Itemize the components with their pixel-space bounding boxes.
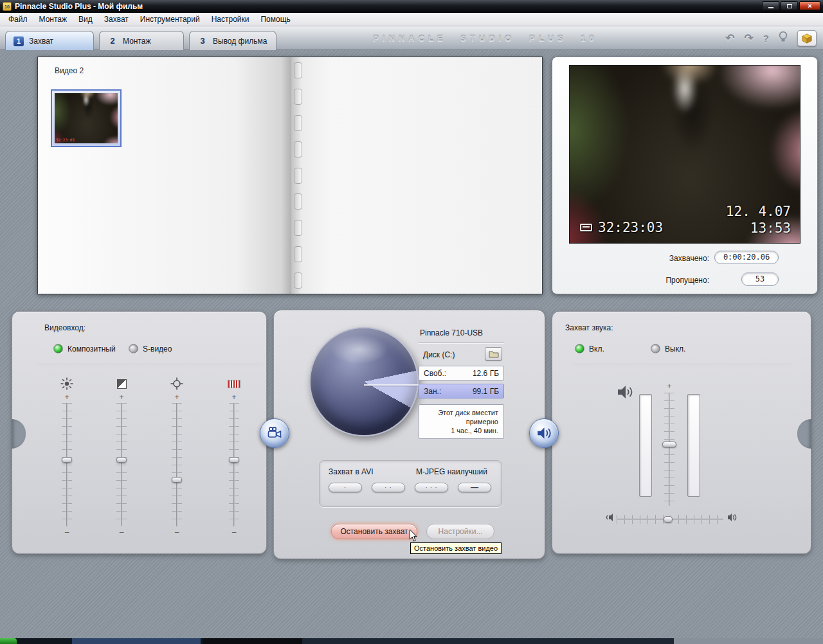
capture-disk-panel: Pinnacle 710-USB Диск (C:) Своб.: 12.6 Г… xyxy=(273,310,545,559)
tooltip: Остановить захват видео xyxy=(410,542,502,554)
video-settings-toggle-button[interactable] xyxy=(260,418,289,448)
settings-button[interactable]: Настройки... xyxy=(426,524,494,539)
menu-capture[interactable]: Захват xyxy=(98,13,134,25)
tab-edit[interactable]: 2 Монтаж xyxy=(99,31,184,50)
balance-right-speaker-icon xyxy=(727,512,738,525)
binder-slot xyxy=(294,193,302,210)
radio-audio-on[interactable]: Вкл. xyxy=(575,344,604,353)
osd-datetime: 12. 4.07 13:53 xyxy=(726,203,791,237)
saturation-track[interactable] xyxy=(229,403,239,526)
close-button[interactable]: × xyxy=(799,1,820,10)
brightness-thumb[interactable] xyxy=(62,457,72,463)
minimize-button[interactable] xyxy=(762,1,779,10)
maximize-button[interactable] xyxy=(781,1,798,10)
stop-capture-button[interactable]: Остановить захват xyxy=(331,524,417,539)
app-icon: 10 xyxy=(3,2,12,11)
undo-icon[interactable]: ↶ xyxy=(725,31,734,45)
header-icons: ↶ ↷ ? xyxy=(725,26,817,50)
slider-plus-label: + xyxy=(119,393,123,401)
audio-settings-toggle-button[interactable] xyxy=(529,418,559,448)
binder-slot xyxy=(294,220,302,236)
menu-setup[interactable]: Настройки xyxy=(206,13,255,25)
hue-track[interactable] xyxy=(172,403,182,526)
quality-preset-good[interactable]: · xyxy=(329,483,362,492)
slider-minus-label: – xyxy=(175,528,179,536)
dropped-label: Пропущено: xyxy=(642,276,709,285)
quality-preset-better[interactable]: · · xyxy=(372,483,405,492)
divider xyxy=(419,343,504,344)
help-icon[interactable]: ? xyxy=(763,33,769,44)
slider-plus-label: + xyxy=(231,393,236,401)
osd-timecode: 32:23:03 xyxy=(580,220,663,235)
balance-thumb[interactable] xyxy=(664,516,673,523)
tab-edit-label: Монтаж xyxy=(123,37,151,46)
tip-lightbulb-icon[interactable] xyxy=(779,31,788,46)
redo-icon[interactable]: ↷ xyxy=(745,31,754,45)
binder-slot xyxy=(294,115,302,131)
capacity-line: примерно xyxy=(419,417,498,426)
saturation-slider[interactable]: + – xyxy=(221,376,247,536)
saturation-thumb[interactable] xyxy=(229,457,239,463)
panel-notch xyxy=(797,419,811,449)
close-icon: × xyxy=(808,2,811,10)
hue-slider[interactable]: + – xyxy=(164,376,190,536)
menu-help[interactable]: Помощь xyxy=(255,13,296,25)
volume-slider[interactable] xyxy=(664,393,674,506)
speaker-icon xyxy=(536,425,552,442)
volume-thumb[interactable] xyxy=(662,442,676,447)
menu-file[interactable]: Файл xyxy=(3,13,33,25)
contrast-thumb[interactable] xyxy=(116,457,127,463)
video-input-panel: Видеовход: Композитный S-видео + – + xyxy=(12,311,267,554)
osd-date: 12. 4.07 xyxy=(726,203,791,220)
browse-folder-button[interactable] xyxy=(485,347,502,361)
disk-free-row: Своб.: 12.6 ГБ xyxy=(419,366,504,380)
menu-edit[interactable]: Монтаж xyxy=(33,13,73,25)
used-label: Зан.: xyxy=(424,387,441,396)
quality-preset-best[interactable]: · · · xyxy=(415,483,448,492)
captured-value: 0:00:20.06 xyxy=(714,251,779,264)
slider-plus-label: + xyxy=(659,382,680,390)
drive-label: Диск (C:) xyxy=(423,350,455,359)
led-on-icon xyxy=(53,344,63,353)
premium-box-icon[interactable] xyxy=(797,30,817,46)
slider-minus-label: – xyxy=(120,528,124,536)
scene-thumb-art xyxy=(55,93,118,143)
album: Видео 2 32:23:03 xyxy=(37,57,543,294)
disk-usage-pie xyxy=(309,327,419,436)
divider xyxy=(37,364,263,365)
brightness-track[interactable] xyxy=(62,403,72,526)
quality-preset-custom[interactable]: — xyxy=(458,483,491,492)
contrast-track[interactable] xyxy=(116,403,127,526)
audio-meter-left xyxy=(639,394,652,497)
binder-slot xyxy=(294,273,302,289)
contrast-slider[interactable]: + – xyxy=(109,376,134,536)
taskbar-window-button[interactable] xyxy=(72,638,201,644)
radio-composite-label: Композитный xyxy=(68,344,116,353)
brightness-slider[interactable]: + – xyxy=(54,376,80,536)
tab-edit-number: 2 xyxy=(107,36,118,46)
radio-composite[interactable]: Композитный xyxy=(53,344,116,353)
tab-capture[interactable]: 1 Захват xyxy=(5,31,94,50)
balance-slider[interactable] xyxy=(617,515,723,524)
radio-svideo[interactable]: S-видео xyxy=(129,344,172,353)
menu-view[interactable]: Вид xyxy=(73,13,98,25)
app-logo: PINNACLE STUDIO PLUS 10 xyxy=(360,26,611,50)
quality-subpanel: Захват в AVI M-JPEG наилучший · · · · · … xyxy=(319,460,502,507)
app-window: 10 Pinnacle Studio Plus - Мой фильм × Фа… xyxy=(0,0,823,644)
album-binder xyxy=(294,62,304,289)
audio-title: Захват звука: xyxy=(565,323,613,332)
led-off-icon xyxy=(129,344,138,353)
captured-label: Захвачено: xyxy=(642,254,709,263)
start-button[interactable] xyxy=(0,638,17,644)
radio-audio-off[interactable]: Выкл. xyxy=(651,344,685,353)
menu-toolbox[interactable]: Инструментарий xyxy=(134,13,206,25)
video-scene-thumbnail[interactable]: 32:23:03 xyxy=(51,89,122,147)
brightness-icon xyxy=(60,376,74,391)
speaker-icon xyxy=(617,384,635,403)
quality-label: M-JPEG наилучший xyxy=(416,467,487,476)
taskbar-window-button[interactable] xyxy=(203,638,302,644)
hue-thumb[interactable] xyxy=(172,477,182,483)
camera-icon xyxy=(266,425,283,442)
tab-makemovie-number: 3 xyxy=(197,36,208,46)
tab-makemovie[interactable]: 3 Вывод фильма xyxy=(189,31,276,50)
